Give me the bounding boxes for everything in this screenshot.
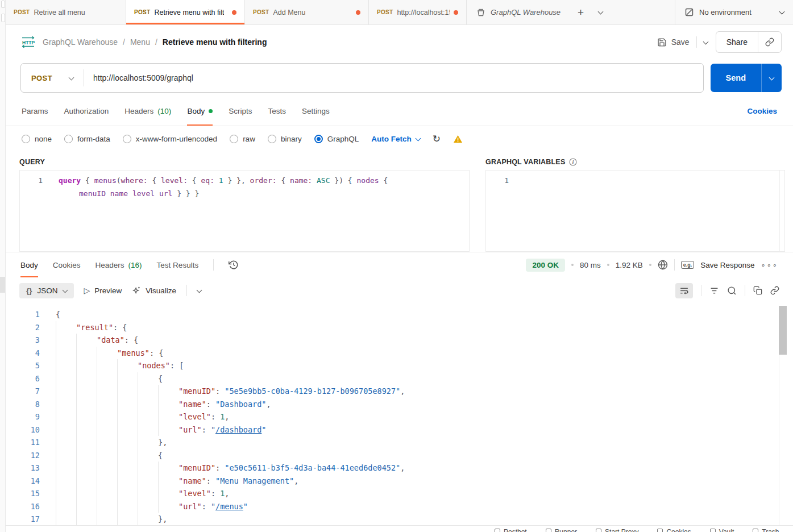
- code-token: {: [379, 176, 388, 185]
- preview-button[interactable]: ▷ Preview: [84, 286, 122, 295]
- line-content: "url": "/dashboard": [40, 423, 266, 437]
- breadcrumb-segment[interactable]: GraphQL Warehouse: [43, 38, 118, 47]
- statusbar-postbot[interactable]: Postbot: [495, 526, 527, 532]
- auto-fetch-button[interactable]: Auto Fetch: [371, 135, 420, 143]
- response-time[interactable]: 80 ms: [580, 261, 601, 269]
- statusbar-trash[interactable]: Trash: [753, 526, 779, 532]
- response-tab-body[interactable]: Body: [20, 252, 38, 277]
- tab-headers[interactable]: Headers(10): [124, 97, 171, 126]
- body-type-x-www-form-urlencoded[interactable]: x-www-form-urlencoded: [123, 135, 217, 143]
- response-toolbar: {} JSON ▷ Preview Visualize: [6, 277, 793, 304]
- visualize-button[interactable]: Visualize: [132, 286, 176, 295]
- save-response-button[interactable]: Save Response: [700, 261, 754, 269]
- breadcrumb-separator: /: [155, 38, 157, 47]
- rail-scroll-handle[interactable]: [0, 277, 5, 293]
- statusbar-label: Start Proxy: [605, 528, 638, 532]
- tab-params[interactable]: Params: [22, 97, 48, 126]
- share-button[interactable]: Share: [716, 38, 758, 47]
- response-body-viewer[interactable]: 1{2"result": {3"data": {4"menus": {5"nod…: [6, 304, 793, 525]
- app-window: POSTRetrive all menuPOSTRetrieve menu wi…: [0, 0, 793, 532]
- environment-selector[interactable]: No environment: [675, 0, 793, 24]
- copy-link-button[interactable]: [758, 38, 781, 47]
- url-value[interactable]: http://localhost:5009/graphql: [84, 73, 193, 82]
- statusbar-start-proxy[interactable]: Start Proxy: [596, 526, 638, 532]
- tab-body[interactable]: Body: [187, 97, 213, 126]
- cookies-link[interactable]: Cookies: [747, 107, 777, 115]
- response-tab-test-results[interactable]: Test Results: [157, 252, 199, 277]
- response-tab-headers[interactable]: Headers(16): [96, 252, 142, 277]
- dot-separator: [649, 264, 651, 266]
- code-token: "data": [97, 335, 124, 344]
- scrollbar-thumb[interactable]: [779, 306, 787, 355]
- method-selector[interactable]: POST: [21, 74, 84, 82]
- http-request-icon: HTTP: [20, 36, 36, 48]
- code-token: ": [261, 425, 266, 434]
- query-editor[interactable]: 1query { menus(where: { level: { eq: 1 }…: [19, 170, 470, 252]
- send-button[interactable]: Send: [711, 64, 761, 92]
- code-token: ASC: [317, 176, 330, 185]
- url-link[interactable]: /dashboard: [215, 425, 261, 434]
- indent-guide: [56, 321, 76, 334]
- code-token: "Dashboard": [215, 400, 266, 409]
- more-options-icon[interactable]: ∘∘∘: [761, 261, 778, 269]
- indent-guide: [138, 487, 158, 500]
- indent-guide: [138, 500, 158, 513]
- breadcrumb-segment[interactable]: Menu: [130, 38, 150, 47]
- body-type-none[interactable]: none: [22, 135, 52, 143]
- body-type-raw[interactable]: raw: [230, 135, 255, 143]
- response-tab-cookies[interactable]: Cookies: [53, 252, 81, 277]
- body-type-binary[interactable]: binary: [268, 135, 302, 143]
- send-options-chevron[interactable]: [761, 64, 782, 92]
- tab-settings[interactable]: Settings: [302, 97, 330, 126]
- variables-panel: GRAPHQL VARIABLES i 1: [485, 158, 785, 252]
- collection-tab[interactable]: GraphQL Warehouse: [467, 0, 570, 24]
- copy-icon[interactable]: [753, 286, 762, 295]
- new-tab-button[interactable]: +: [570, 0, 591, 24]
- filter-icon[interactable]: [709, 286, 719, 296]
- statusbar-cookies[interactable]: Cookies: [657, 526, 691, 532]
- statusbar-vault[interactable]: Vault: [710, 526, 734, 532]
- body-type-form-data[interactable]: form-data: [64, 135, 110, 143]
- network-globe-icon[interactable]: [658, 260, 668, 270]
- format-selector[interactable]: {} JSON: [19, 283, 74, 298]
- chevron-down-icon[interactable]: [197, 287, 202, 293]
- request-url-input[interactable]: POST http://localhost:5009/graphql: [20, 63, 704, 93]
- request-tab-retrive-all-menu[interactable]: POSTRetrive all menu: [6, 0, 126, 24]
- code-line: 1: [486, 174, 784, 187]
- link-icon[interactable]: [770, 286, 779, 295]
- code-token: ,: [400, 463, 405, 472]
- variables-title-label: GRAPHQL VARIABLES: [485, 158, 565, 166]
- body-type-graphql[interactable]: GraphQL: [314, 135, 359, 143]
- info-icon[interactable]: i: [569, 158, 577, 166]
- response-history-icon[interactable]: [229, 260, 239, 270]
- url-link[interactable]: /menus: [215, 502, 243, 511]
- request-tab-add-menu[interactable]: POSTAdd Menu: [245, 0, 369, 24]
- tab-list-chevron[interactable]: [591, 0, 610, 24]
- status-badge[interactable]: 200 OK: [526, 259, 565, 272]
- warning-icon[interactable]: [453, 135, 463, 143]
- code-line: 11},: [6, 436, 793, 449]
- variables-editor-box[interactable]: 1: [485, 170, 785, 252]
- statusbar-runner[interactable]: Runner: [546, 526, 577, 532]
- response-size[interactable]: 1.92 KB: [616, 261, 643, 269]
- refresh-schema-icon[interactable]: ↻: [433, 134, 441, 144]
- save-options-chevron[interactable]: [697, 40, 716, 45]
- tab-scripts[interactable]: Scripts: [229, 97, 252, 126]
- code-token: {: [188, 176, 201, 185]
- wrap-text-icon[interactable]: [675, 283, 693, 298]
- breadcrumb-separator: /: [123, 38, 125, 47]
- rail-button-top[interactable]: [1, 1, 5, 8]
- save-button[interactable]: Save: [657, 38, 690, 47]
- code-token: :: [211, 489, 220, 498]
- code-token: : [: [170, 361, 184, 370]
- variables-scrollbar[interactable]: [779, 171, 784, 251]
- tab-label: Headers: [124, 107, 153, 115]
- search-icon[interactable]: [727, 286, 737, 296]
- tab-tests[interactable]: Tests: [268, 97, 286, 126]
- method-label: POST: [31, 74, 52, 82]
- request-tab-http-localhost-15672-[interactable]: POSThttp://localhost:15672/: [369, 0, 467, 24]
- rail-button-second[interactable]: [1, 14, 5, 22]
- tab-authorization[interactable]: Authorization: [64, 97, 109, 126]
- indent-guide: [117, 423, 138, 437]
- request-tab-retrieve-menu-with-filt[interactable]: POSTRetrieve menu with filt: [126, 0, 245, 24]
